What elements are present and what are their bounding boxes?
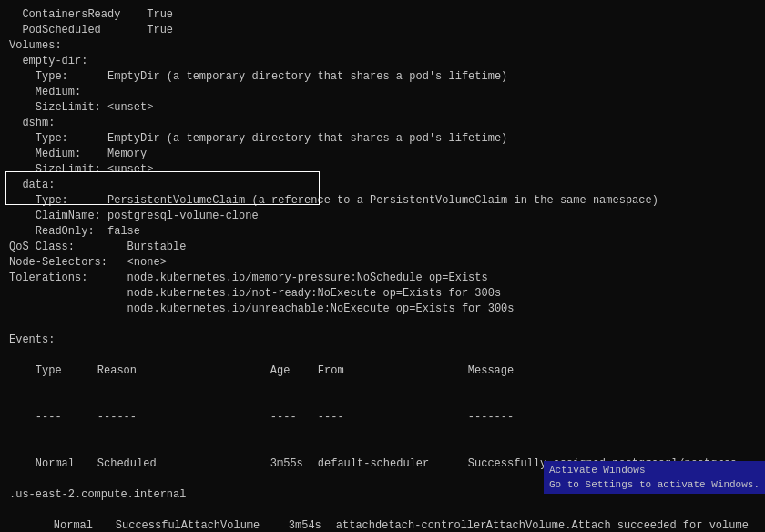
activate-label: Activate Windows: [549, 463, 760, 477]
col-age-sep: ----: [270, 410, 318, 425]
col-type-header: Type: [36, 363, 97, 379]
col-age-header: Age: [270, 363, 318, 379]
event-type-2: Normal: [54, 518, 116, 532]
events-header: TypeReasonAgeFromMessage: [9, 348, 756, 394]
line-tolerations-2: node.kubernetes.io/not-ready:NoExecute o…: [9, 286, 756, 302]
line-emptydir-sizelimit: SizeLimit: <unset>: [9, 100, 756, 116]
line-tolerations-3: node.kubernetes.io/unreachable:NoExecute…: [9, 302, 756, 317]
line-node-selectors: Node-Selectors: <none>: [9, 255, 756, 271]
line-qos: QoS Class: Burstable: [9, 240, 756, 255]
line-empty-dir: empty-dir:: [9, 54, 756, 69]
event-row-attach: NormalSuccessfulAttachVolume3m54sattachd…: [9, 503, 756, 532]
line-data: data:: [9, 178, 756, 193]
col-from-header: From: [318, 363, 468, 379]
col-message-sep: -------: [468, 410, 514, 425]
line-containers-ready: ContainersReady True: [9, 7, 756, 23]
line-dshm-type: Type: EmptyDir (a temporary directory th…: [9, 131, 756, 147]
line-data-readonly: ReadOnly: false: [9, 224, 756, 240]
event-reason-1: Scheduled: [97, 456, 270, 472]
events-separator: -------------------------: [9, 394, 756, 441]
col-from-sep: ----: [318, 410, 468, 425]
line-data-claimname: ClaimName: postgresql-volume-clone: [9, 209, 756, 224]
line-tolerations-1: Tolerations: node.kubernetes.io/memory-p…: [9, 271, 756, 286]
line-dshm-sizelimit: SizeLimit: <unset>: [9, 162, 756, 178]
line-emptydir-medium: Medium:: [9, 85, 756, 100]
line-events-label: Events:: [9, 332, 756, 348]
event-age-1: 3m55s: [270, 456, 318, 472]
event-from-2: attachdetach-controller: [336, 518, 486, 532]
activate-windows-box: Activate Windows Go to Settings to activ…: [544, 461, 765, 494]
col-reason-sep: ------: [97, 410, 270, 425]
event-msg-2: AttachVolume.Attach succeeded for volume: [486, 518, 749, 532]
col-message-header: Message: [468, 363, 514, 379]
line-volumes: Volumes:: [9, 38, 756, 54]
activate-sub: Go to Settings to activate Windows.: [549, 477, 760, 492]
line-pod-scheduled: PodScheduled True: [9, 23, 756, 38]
event-reason-2: SuccessfulAttachVolume: [116, 518, 289, 532]
line-dshm-medium: Medium: Memory: [9, 147, 756, 162]
line-blank: [9, 317, 756, 332]
event-from-1: default-scheduler: [318, 456, 468, 472]
terminal: ContainersReady True PodScheduled True V…: [0, 0, 765, 532]
line-dshm: dshm:: [9, 116, 756, 131]
event-type-1: Normal: [36, 456, 97, 472]
col-type-sep: ----: [36, 410, 97, 425]
event-age-2: 3m54s: [289, 518, 336, 532]
col-reason-header: Reason: [97, 363, 270, 379]
line-data-type: Type: PersistentVolumeClaim (a reference…: [9, 193, 756, 209]
line-emptydir-type: Type: EmptyDir (a temporary directory th…: [9, 69, 756, 85]
